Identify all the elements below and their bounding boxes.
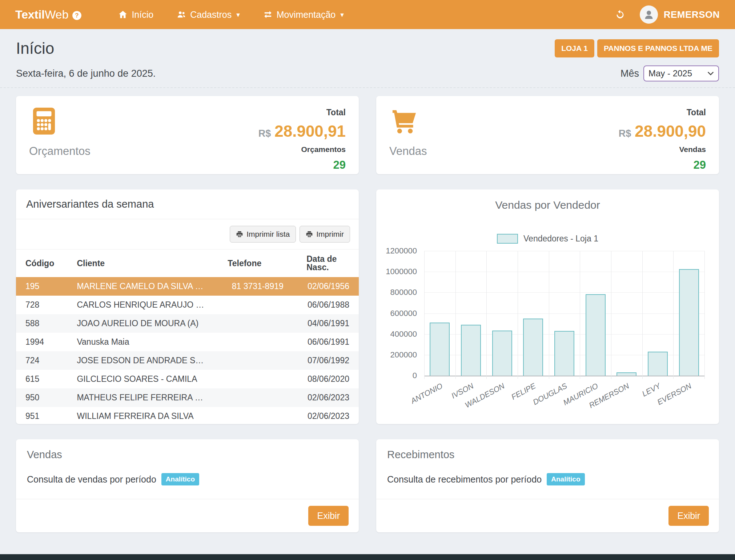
stat-label: Orçamentos bbox=[29, 145, 91, 158]
y-tick-label: 800000 bbox=[390, 288, 417, 297]
y-tick-label: 1000000 bbox=[386, 267, 417, 276]
chart-bar-ivson bbox=[461, 325, 481, 376]
x-tick-label: LEVY bbox=[640, 381, 662, 398]
table-row[interactable]: 724JOSE EDSON DE ANDRADE S…07/06/1992 bbox=[16, 351, 359, 370]
printer-icon bbox=[236, 231, 243, 238]
table-header-row: Código Cliente Telefone Data de Nasc. bbox=[16, 249, 359, 277]
table-row[interactable]: 615GILCLECIO SOARES - CAMILA08/06/2020 bbox=[16, 370, 359, 388]
x-tick-label: ANTONIO bbox=[409, 381, 444, 405]
birthday-table-body: 195MARLENE CAMELO DA SILVA …81 3731-8919… bbox=[16, 277, 359, 424]
col-codigo: Código bbox=[16, 249, 67, 277]
birthdays-title: Aniversariantes da semana bbox=[16, 189, 359, 219]
chart-bar-remerson bbox=[616, 372, 636, 376]
birthday-table: Código Cliente Telefone Data de Nasc. 19… bbox=[16, 249, 359, 424]
cart-icon bbox=[389, 106, 419, 136]
exchange-icon bbox=[263, 10, 273, 19]
chart-bar-levy bbox=[648, 352, 668, 376]
stat-amount: 28.900,90 bbox=[635, 122, 706, 140]
caret-down-icon: ▾ bbox=[236, 11, 240, 19]
page-content: Início LOJA 1 PANNOS E PANNOS LTDA ME Se… bbox=[0, 29, 735, 532]
y-tick-label: 600000 bbox=[390, 309, 417, 318]
y-tick-label: 400000 bbox=[390, 329, 417, 339]
chart-y-axis: 020000040000060000080000010000001200000 bbox=[386, 251, 421, 376]
table-row[interactable]: 195MARLENE CAMELO DA SILVA …81 3731-8919… bbox=[16, 277, 359, 296]
brand-logo[interactable]: TextilWeb ? bbox=[15, 8, 82, 21]
nav-item-cadastros[interactable]: Cadastros ▾ bbox=[177, 9, 240, 20]
calculator-icon bbox=[29, 106, 59, 136]
vendas-card-title: Vendas bbox=[27, 449, 348, 461]
nav-item-label: Movimentação bbox=[277, 9, 336, 20]
chart-bar-waldeson bbox=[492, 331, 512, 376]
nav-item-movimentacao[interactable]: Movimentação ▾ bbox=[263, 9, 344, 20]
chart-panel: Vendas por Vendedor Vendedores - Loja 1 … bbox=[376, 189, 719, 424]
recebimentos-card: Recebimentos Consulta de recebimentos po… bbox=[376, 439, 719, 532]
x-tick-label: DOUGLAS bbox=[531, 381, 569, 407]
chart-bar-douglas bbox=[554, 331, 574, 376]
dashed-separator bbox=[0, 87, 735, 88]
table-row[interactable]: 1994Vanuska Maia06/06/1991 bbox=[16, 333, 359, 351]
vendas-stat-card: Vendas Total R$ 28.900,90 Vendas 29 bbox=[376, 96, 719, 174]
printer-icon bbox=[306, 231, 313, 238]
chart-bar-antonio bbox=[430, 323, 450, 376]
company-button[interactable]: PANNOS E PANNOS LTDA ME bbox=[597, 39, 719, 57]
caret-down-icon: ▾ bbox=[340, 11, 344, 19]
svg-text:?: ? bbox=[75, 12, 79, 19]
recebimentos-card-title: Recebimentos bbox=[387, 449, 708, 461]
count-label: Orçamentos bbox=[301, 145, 346, 154]
brand-text: TextilWeb bbox=[15, 8, 68, 21]
table-row[interactable]: 950MATHEUS FELIPE FERREIRA …02/06/2023 bbox=[16, 388, 359, 407]
user-menu[interactable]: REMERSON bbox=[640, 5, 720, 24]
users-icon bbox=[177, 10, 186, 19]
total-label: Total bbox=[326, 108, 346, 117]
recebimentos-exibir-button[interactable]: Exibir bbox=[668, 506, 709, 526]
col-cliente: Cliente bbox=[67, 249, 218, 277]
stat-count: 29 bbox=[694, 159, 706, 172]
col-data-nasc: Data de Nasc. bbox=[297, 249, 359, 277]
birthdays-panel: Aniversariantes da semana Imprimir lista… bbox=[16, 189, 359, 424]
month-label: Mês bbox=[620, 68, 639, 79]
stat-amount: 28.900,91 bbox=[274, 122, 346, 140]
table-row[interactable]: 728CARLOS HENRIQUE ARAUJO …06/06/1988 bbox=[16, 296, 359, 314]
stat-label: Vendas bbox=[389, 145, 427, 158]
question-circle-icon[interactable]: ? bbox=[72, 10, 82, 20]
chart-bar-everson bbox=[679, 269, 699, 376]
legend-label: Vendedores - Loja 1 bbox=[523, 234, 598, 244]
y-tick-label: 1200000 bbox=[386, 246, 417, 256]
footer-bar bbox=[0, 554, 735, 560]
orcamentos-card: Orçamentos Total R$ 28.900,91 Orçamentos… bbox=[16, 96, 359, 174]
y-tick-label: 0 bbox=[413, 371, 417, 380]
currency-symbol: R$ bbox=[258, 128, 271, 139]
chart-bar-felipe bbox=[523, 319, 543, 376]
print-list-button[interactable]: Imprimir lista bbox=[230, 226, 296, 243]
chevron-down-icon bbox=[707, 71, 714, 76]
vendas-card: Vendas Consulta de vendas por período An… bbox=[16, 439, 359, 532]
username: REMERSON bbox=[664, 9, 720, 20]
nav-menu: Início Cadastros ▾ Movimentação ▾ bbox=[118, 9, 344, 20]
month-select-value: May - 2025 bbox=[648, 68, 692, 79]
nav-item-label: Cadastros bbox=[190, 9, 232, 20]
print-button[interactable]: Imprimir bbox=[300, 226, 350, 243]
chart-legend[interactable]: Vendedores - Loja 1 bbox=[376, 234, 719, 244]
navbar-right: REMERSON bbox=[615, 5, 720, 24]
current-date: Sexta-feira, 6 de junho de 2025. bbox=[16, 68, 156, 79]
total-label: Total bbox=[687, 108, 706, 117]
nav-item-inicio[interactable]: Início bbox=[118, 9, 153, 20]
person-icon bbox=[643, 8, 655, 21]
home-icon bbox=[118, 10, 128, 19]
nav-item-label: Início bbox=[132, 9, 153, 20]
x-tick-label: EVERSON bbox=[656, 381, 693, 407]
analitico-badge: Analítico bbox=[547, 473, 585, 485]
table-row[interactable]: 588JOAO AURELIO DE MOURA (A)04/06/1991 bbox=[16, 314, 359, 333]
vendas-card-text: Consulta de vendas por período bbox=[27, 474, 156, 485]
table-row[interactable]: 951WILLIAM FERREIRA DA SILVA02/06/2023 bbox=[16, 407, 359, 424]
analitico-badge: Analítico bbox=[161, 473, 199, 485]
chart-bar-mauricio bbox=[586, 294, 606, 376]
avatar bbox=[640, 5, 658, 24]
vendas-exibir-button[interactable]: Exibir bbox=[308, 506, 349, 526]
navbar: TextilWeb ? Início Cadastros ▾ Movimenta… bbox=[0, 0, 735, 29]
recebimentos-card-text: Consulta de recebimentos por período bbox=[387, 474, 542, 485]
store-button[interactable]: LOJA 1 bbox=[555, 39, 594, 57]
chart-plot: ANTONIOIVSONWALDESONFELIPEDOUGLASMAURICI… bbox=[424, 251, 704, 376]
refresh-icon[interactable] bbox=[615, 9, 625, 20]
month-select[interactable]: May - 2025 bbox=[643, 65, 719, 81]
